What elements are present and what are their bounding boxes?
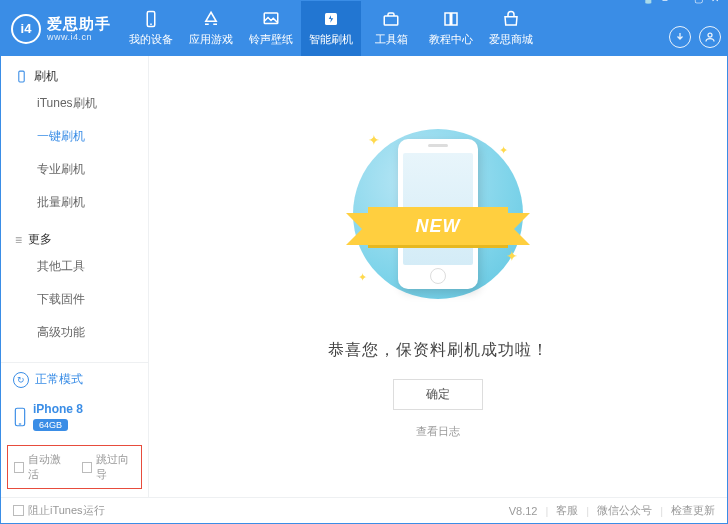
appstore-icon [202, 10, 220, 28]
sparkle-icon: ✦ [499, 144, 508, 157]
checkbox-auto-activate[interactable]: 自动激活 [14, 452, 68, 482]
app-url: www.i4.cn [47, 32, 111, 42]
sidebar-item-itunes-flash[interactable]: iTunes刷机 [1, 87, 148, 120]
logo-icon: i4 [11, 14, 41, 44]
skin-icon[interactable]: 👕 [640, 0, 656, 4]
statusbar: 阻止iTunes运行 V8.12 | 客服 | 微信公众号 | 检查更新 [1, 497, 727, 523]
checkbox-block-itunes[interactable]: 阻止iTunes运行 [13, 503, 105, 518]
success-message: 恭喜您，保资料刷机成功啦！ [328, 340, 549, 361]
body: 刷机 iTunes刷机 一键刷机 专业刷机 批量刷机 ≡ 更多 其他工具 下载固… [1, 56, 727, 497]
ok-button[interactable]: 确定 [393, 379, 483, 410]
nav-label: 应用游戏 [189, 32, 233, 47]
checkbox-skip-wizard[interactable]: 跳过向导 [82, 452, 136, 482]
sidebar: 刷机 iTunes刷机 一键刷机 专业刷机 批量刷机 ≡ 更多 其他工具 下载固… [1, 56, 149, 497]
version-label: V8.12 [509, 505, 538, 517]
nav-tabs: 我的设备 应用游戏 铃声壁纸 智能刷机 工具箱 教程中心 [121, 1, 541, 56]
phone-icon [13, 407, 27, 427]
sidebar-item-batch-flash[interactable]: 批量刷机 [1, 186, 148, 219]
sparkle-icon: ✦ [368, 132, 380, 148]
sparkle-icon: ✦ [506, 248, 518, 264]
svg-rect-8 [19, 71, 24, 82]
close-icon[interactable]: ✕ [709, 0, 721, 4]
main-panel: ✦ ✦ ✦ ✦ NEW 恭喜您，保资料刷机成功啦！ 确定 查看日志 [149, 56, 727, 497]
maximize-icon[interactable]: ▢ [692, 0, 705, 4]
sidebar-group-more[interactable]: ≡ 更多 [1, 225, 148, 250]
device-name: iPhone 8 [33, 402, 83, 416]
phone-icon [142, 10, 160, 28]
sidebar-item-onekey-flash[interactable]: 一键刷机 [1, 120, 148, 153]
book-icon [442, 10, 460, 28]
new-ribbon: NEW [368, 207, 508, 245]
sidebar-item-pro-flash[interactable]: 专业刷机 [1, 153, 148, 186]
nav-ringtone-wallpaper[interactable]: 铃声壁纸 [241, 1, 301, 56]
nav-smart-flash[interactable]: 智能刷机 [301, 1, 361, 56]
svg-rect-9 [15, 408, 24, 426]
menu-icon[interactable]: ≡ [660, 0, 670, 4]
nav-toolbox[interactable]: 工具箱 [361, 1, 421, 56]
sidebar-group-flash[interactable]: 刷机 [1, 62, 148, 87]
sidebar-item-other-tools[interactable]: 其他工具 [1, 250, 148, 283]
image-icon [262, 10, 280, 28]
nav-label: 铃声壁纸 [249, 32, 293, 47]
nav-label: 爱思商城 [489, 32, 533, 47]
nav-label: 工具箱 [375, 32, 408, 47]
minimize-icon[interactable]: — [674, 0, 688, 4]
options-row: 自动激活 跳过向导 [7, 445, 142, 489]
checkbox-label: 阻止iTunes运行 [28, 503, 105, 518]
device-info[interactable]: iPhone 8 64GB [1, 396, 148, 441]
shop-icon [502, 10, 520, 28]
checkbox-label: 自动激活 [28, 452, 67, 482]
nav-label: 教程中心 [429, 32, 473, 47]
window-controls: 👕 ≡ — ▢ ✕ [640, 0, 721, 4]
device-mode[interactable]: ↻ 正常模式 [1, 363, 148, 396]
app-window: i4 爱思助手 www.i4.cn 我的设备 应用游戏 铃声壁纸 智能刷机 [0, 0, 728, 524]
nav-my-device[interactable]: 我的设备 [121, 1, 181, 56]
toolbox-icon [382, 10, 400, 28]
view-log-link[interactable]: 查看日志 [416, 424, 460, 439]
download-icon[interactable] [669, 26, 691, 48]
sparkle-icon: ✦ [358, 271, 367, 284]
nav-shop[interactable]: 爱思商城 [481, 1, 541, 56]
success-illustration: ✦ ✦ ✦ ✦ NEW [328, 114, 548, 314]
nav-label: 智能刷机 [309, 32, 353, 47]
svg-rect-6 [384, 16, 398, 25]
app-logo: i4 爱思助手 www.i4.cn [1, 14, 121, 44]
checkbox-label: 跳过向导 [96, 452, 135, 482]
wechat-link[interactable]: 微信公众号 [597, 503, 652, 518]
sidebar-item-download-firmware[interactable]: 下载固件 [1, 283, 148, 316]
sidebar-item-advanced[interactable]: 高级功能 [1, 316, 148, 349]
device-mode-label: 正常模式 [35, 371, 83, 388]
check-update-link[interactable]: 检查更新 [671, 503, 715, 518]
phone-icon [15, 70, 28, 83]
titlebar: i4 爱思助手 www.i4.cn 我的设备 应用游戏 铃声壁纸 智能刷机 [1, 1, 727, 56]
user-icon[interactable] [699, 26, 721, 48]
nav-label: 我的设备 [129, 32, 173, 47]
app-title: 爱思助手 [47, 15, 111, 32]
device-storage-badge: 64GB [33, 419, 68, 431]
svg-point-7 [708, 33, 712, 37]
nav-tutorial[interactable]: 教程中心 [421, 1, 481, 56]
list-icon: ≡ [15, 233, 22, 247]
nav-apps-games[interactable]: 应用游戏 [181, 1, 241, 56]
refresh-icon: ↻ [13, 372, 29, 388]
support-link[interactable]: 客服 [556, 503, 578, 518]
flash-icon [322, 10, 340, 28]
sidebar-group-label: 更多 [28, 231, 52, 248]
sidebar-group-label: 刷机 [34, 68, 58, 85]
